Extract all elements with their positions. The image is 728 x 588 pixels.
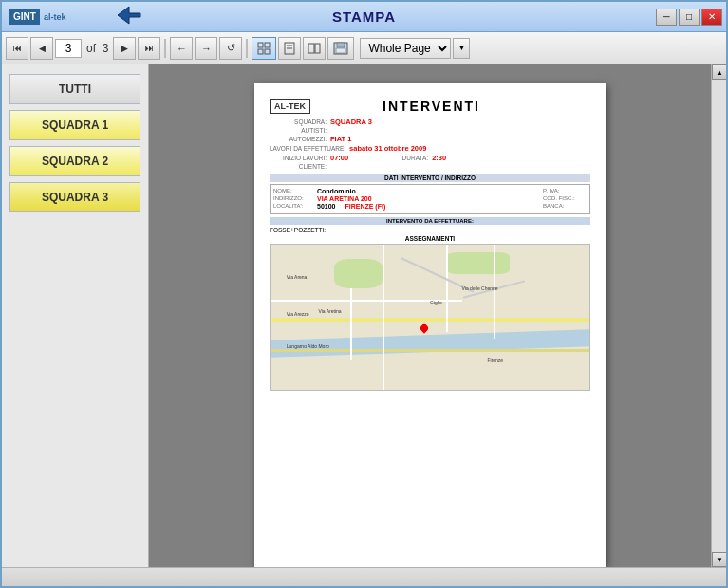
map-label-aretina: Via Aretina [318, 308, 341, 314]
dati-section-title: DATI INTERVENTO / INDIRIZZO [270, 174, 590, 182]
banca-label: BANCA: [543, 203, 581, 210]
close-button[interactable]: ✕ [701, 9, 722, 26]
fosse-label: FOSSE+POZZETTI: [270, 227, 590, 233]
map-label-giglio: Giglio [430, 300, 442, 305]
svg-rect-4 [265, 49, 270, 54]
window-controls: ─ □ ✕ [656, 9, 722, 26]
prev-page-button[interactable]: ◀ [30, 37, 53, 60]
sidebar: TUTTI SQUADRA 1 SQUADRA 2 SQUADRA 3 [2, 64, 149, 567]
svg-rect-8 [308, 44, 314, 53]
back-button[interactable] [116, 5, 142, 28]
sidebar-tutti-button[interactable]: TUTTI [9, 74, 140, 104]
svg-rect-1 [258, 43, 263, 47]
minimize-button[interactable]: ─ [656, 9, 677, 26]
doc-title: INTERVENTI [310, 99, 552, 114]
document-page: AL-TEK INTERVENTI SQUADRA: SQUADRA 3 AUT… [254, 83, 606, 567]
scroll-down-button[interactable]: ▼ [712, 552, 726, 567]
map-label-chenne: Via delle Chenne [462, 285, 498, 291]
page-number-input[interactable] [55, 39, 82, 58]
view-button-2[interactable] [278, 37, 301, 60]
doc-header: AL-TEK INTERVENTI [270, 99, 590, 114]
app-logo: GINT al-tek [9, 9, 65, 25]
inizio-label: INIZIO LAVORI: [270, 155, 327, 161]
zoom-dropdown-button[interactable]: ▼ [453, 38, 470, 59]
localita-row: LOCALITA': 50100 FIRENZE (FI) BANCA: [273, 203, 587, 210]
autisti-row: AUTISTI: [270, 127, 590, 134]
doc-fields: SQUADRA: SQUADRA 3 AUTISTI: AUTOMEZZI: F… [270, 118, 590, 170]
indirizzo-row: INDIRIZZO: VIA ARETINA 200 COD. FISC.: [273, 195, 587, 202]
refresh-button[interactable]: ↺ [219, 37, 242, 60]
inizio-value: 07:00 [330, 154, 348, 162]
cap-value: 50100 [317, 203, 335, 210]
scroll-up-button[interactable]: ▲ [712, 64, 726, 80]
view-button-3[interactable] [303, 37, 326, 60]
logo-sub: al-tek [44, 12, 66, 22]
automezzi-row: AUTOMEZZI: FIAT 1 [270, 135, 590, 143]
map-area: Via Aretina Lungarno Aldo Moro Firenze G… [270, 244, 590, 391]
sidebar-squadra3-button[interactable]: SQUADRA 3 [9, 182, 140, 212]
toolbar-separator-1 [164, 39, 166, 58]
map-label-firenze: Firenze [487, 358, 503, 363]
page-of-label: of 3 [86, 42, 108, 55]
map-label-arena2: Via Arezzo [287, 311, 309, 317]
main-area: TUTTI SQUADRA 1 SQUADRA 2 SQUADRA 3 AL-T… [2, 64, 726, 567]
logo-box: GINT [9, 9, 40, 25]
scrollbar-right: ▲ ▼ [711, 64, 726, 567]
localita-value: FIRENZE (FI) [345, 203, 385, 210]
nome-label: NOME: [273, 188, 311, 194]
lavori-label: LAVORI DA EFFETTUARE: [270, 145, 345, 152]
toolbar-separator-2 [246, 39, 248, 58]
lavori-row: LAVORI DA EFFETTUARE: sabato 31 ottobre … [270, 144, 590, 153]
cliente-row: CLIENTE: [270, 163, 590, 170]
automezzi-value: FIAT 1 [330, 135, 351, 143]
svg-rect-2 [265, 43, 270, 47]
first-page-button[interactable]: ⏮ [6, 37, 28, 60]
last-page-button[interactable]: ⏭ [138, 37, 160, 60]
piva-label: P. IVA: [543, 188, 581, 194]
window-title: STAMPA [332, 9, 396, 25]
durata-value: 2:30 [432, 154, 446, 162]
intervento-section-title: INTERVENTO DA EFFETTUARE: [270, 217, 590, 225]
squadra-label: SQUADRA: [270, 119, 327, 125]
assegnamenti-title: ASSEGNAMENTI [270, 235, 590, 242]
content-area[interactable]: AL-TEK INTERVENTI SQUADRA: SQUADRA 3 AUT… [149, 64, 711, 567]
next-page-button[interactable]: ▶ [113, 37, 136, 60]
save-button[interactable] [327, 37, 354, 60]
nav-forward-button[interactable]: → [195, 37, 217, 60]
localita-label: LOCALITA': [273, 203, 311, 210]
indirizzo-value: VIA ARETINA 200 [317, 195, 372, 202]
autisti-label: AUTISTI: [270, 127, 327, 134]
cliente-label: CLIENTE: [270, 163, 327, 170]
nome-row: NOME: Condominio P. IVA: [273, 188, 587, 194]
view-button-1[interactable] [252, 37, 276, 60]
durata-label: DURATA: [371, 155, 428, 161]
squadra-value: SQUADRA 3 [330, 118, 372, 126]
svg-rect-11 [337, 43, 345, 47]
main-window: GINT al-tek STAMPA ─ □ ✕ ⏮ ◀ [0, 0, 728, 588]
maximize-button[interactable]: □ [679, 9, 700, 26]
map-label-arena: Via Arena [287, 274, 308, 280]
status-bar [2, 567, 726, 586]
doc-logo: AL-TEK [270, 99, 310, 114]
svg-marker-0 [118, 7, 140, 24]
indirizzo-label: INDIRIZZO: [273, 195, 311, 202]
dati-grid: NOME: Condominio P. IVA: INDIRIZZO: VIA … [270, 184, 590, 214]
svg-rect-9 [315, 44, 320, 53]
cod-fisc-label: COD. FISC.: [543, 195, 581, 202]
automezzi-label: AUTOMEZZI: [270, 136, 327, 142]
svg-rect-3 [258, 49, 263, 54]
toolbar: ⏮ ◀ of 3 ▶ ⏭ ← → ↺ [2, 32, 726, 64]
lavori-value: sabato 31 ottobre 2009 [349, 144, 426, 153]
map-pin [419, 322, 429, 333]
map-label-lungarno: Lungarno Aldo Moro [287, 343, 329, 349]
zoom-select[interactable]: Whole Page 75% 100% 150% 200% [360, 38, 451, 59]
svg-rect-12 [336, 48, 345, 53]
nome-value: Condominio [317, 188, 356, 194]
inizio-row: INIZIO LAVORI: 07:00 DURATA: 2:30 [270, 154, 590, 162]
title-bar: GINT al-tek STAMPA ─ □ ✕ [2, 2, 726, 32]
nav-back-button[interactable]: ← [170, 37, 193, 60]
sidebar-squadra1-button[interactable]: SQUADRA 1 [9, 110, 140, 140]
sidebar-squadra2-button[interactable]: SQUADRA 2 [9, 146, 140, 176]
squadra-row: SQUADRA: SQUADRA 3 [270, 118, 590, 126]
